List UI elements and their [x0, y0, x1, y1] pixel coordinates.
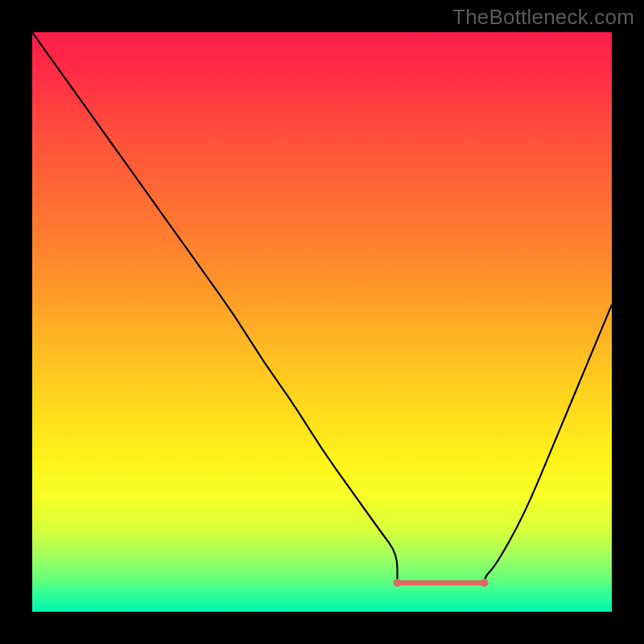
plot-area: [32, 32, 612, 612]
chart-container: TheBottleneck.com: [0, 0, 644, 644]
curve-left-branch: [32, 32, 398, 583]
flat-segment-right-dot: [481, 579, 489, 587]
curve-right-branch: [485, 304, 612, 583]
curve-svg: [32, 32, 612, 612]
flat-segment-left-dot: [394, 579, 402, 587]
watermark-text: TheBottleneck.com: [452, 5, 634, 30]
